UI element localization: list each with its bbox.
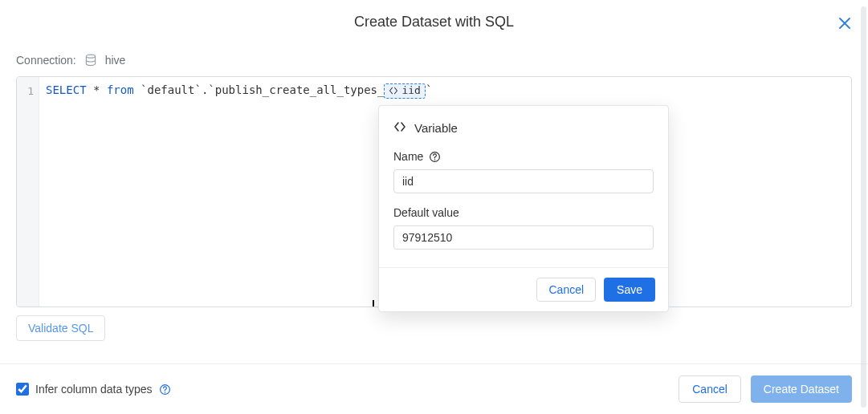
variable-popover: Variable Name Default value Cancel Save: [378, 105, 669, 312]
modal-title: Create Dataset with SQL: [354, 14, 514, 30]
connection-row: Connection: hive: [16, 54, 852, 67]
database-icon: [84, 54, 97, 67]
svg-point-0: [86, 55, 95, 58]
line-number: 1: [17, 82, 39, 98]
variable-popover-title: Variable: [393, 120, 654, 136]
help-icon[interactable]: [159, 383, 172, 396]
validate-sql-button[interactable]: Validate SQL: [16, 315, 105, 341]
help-icon[interactable]: [428, 150, 441, 163]
variable-chip[interactable]: iid: [384, 83, 425, 99]
close-icon: [839, 18, 850, 29]
svg-point-4: [434, 159, 436, 160]
connection-label: Connection:: [16, 54, 76, 67]
variable-default-input[interactable]: [393, 225, 654, 250]
variable-save-button[interactable]: Save: [604, 278, 655, 302]
variable-name-label: Name: [393, 150, 423, 163]
variable-cancel-button[interactable]: Cancel: [536, 278, 596, 302]
variable-chip-icon: [389, 86, 398, 95]
variable-popover-heading: Variable: [414, 121, 458, 135]
variable-popover-body: Variable Name Default value: [379, 106, 668, 267]
create-dataset-button[interactable]: Create Dataset: [751, 375, 852, 403]
sql-text: `default`.`publish_create_all_types_: [134, 83, 385, 96]
cancel-button[interactable]: Cancel: [679, 375, 741, 403]
variable-default-label-row: Default value: [393, 206, 654, 219]
validate-row: Validate SQL: [16, 315, 852, 341]
sql-keyword: from: [107, 83, 134, 96]
connection-value: hive: [105, 54, 126, 67]
sql-keyword: SELECT: [46, 83, 87, 96]
sql-text: *: [87, 83, 107, 96]
variable-chip-label: iid: [401, 83, 420, 99]
infer-types-control[interactable]: Infer column data types: [16, 383, 172, 396]
variable-default-label: Default value: [393, 206, 459, 219]
infer-types-checkbox[interactable]: [16, 383, 29, 396]
text-cursor: [373, 300, 374, 307]
modal-header: Create Dataset with SQL: [0, 0, 868, 44]
variable-popover-footer: Cancel Save: [379, 267, 668, 311]
svg-point-2: [165, 392, 166, 393]
variable-icon: [393, 120, 406, 136]
sql-text: `: [426, 83, 432, 96]
close-button[interactable]: [837, 16, 852, 30]
modal-footer: Infer column data types Cancel Create Da…: [0, 363, 868, 414]
variable-name-label-row: Name: [393, 150, 654, 163]
line-number-gutter: 1: [17, 77, 39, 306]
variable-name-input[interactable]: [393, 169, 654, 193]
infer-types-label: Infer column data types: [35, 383, 153, 396]
scrollbar[interactable]: [861, 6, 866, 408]
